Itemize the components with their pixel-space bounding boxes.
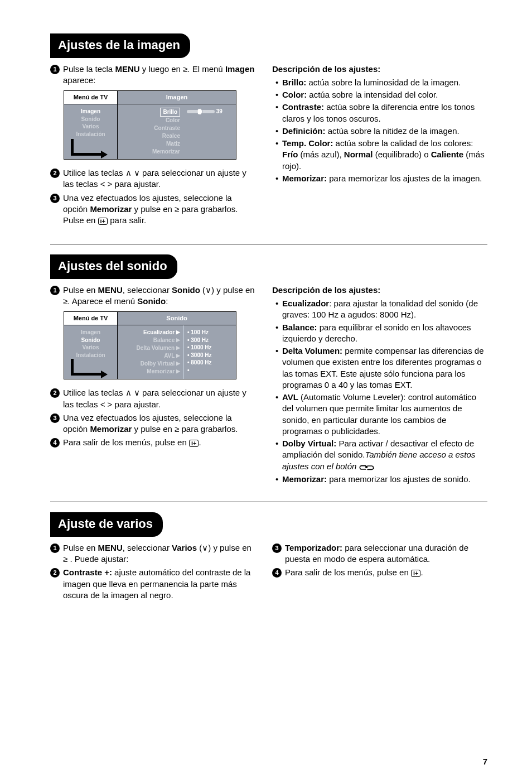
osd-head-left: Menú de TV bbox=[64, 91, 118, 104]
sonido-step-4: 4 Para salir de los menús, pulse en i+. bbox=[50, 437, 257, 448]
osd-value: 1000 Hz bbox=[191, 344, 211, 350]
osd-item: Color bbox=[121, 117, 180, 124]
varios-step-1: 1 Pulse en MENU, seleccionar Varios (∨) … bbox=[50, 542, 257, 565]
list-item: Brillo: actúa sobre la luminosidad de la… bbox=[282, 77, 487, 88]
step-number-4: 4 bbox=[50, 438, 60, 448]
osd-item: Matiz bbox=[121, 140, 180, 148]
osd-value: 39 bbox=[216, 108, 223, 114]
list-item: Memorizar: para memorizar los ajustes de… bbox=[282, 474, 487, 485]
text: . bbox=[420, 567, 423, 577]
contraste-label: Contraste +: bbox=[63, 567, 112, 577]
list-item: Ecualizador: para ajustar la tonalidad d… bbox=[282, 298, 487, 321]
varios-step-3: 3 Temporizador: para seleccionar una dur… bbox=[272, 542, 487, 565]
sonido-step-2: 2 Utilice las teclas ∧ ∨ para selecciona… bbox=[50, 387, 257, 410]
osd-item: Varios bbox=[67, 344, 114, 352]
temporizador-label: Temporizador: bbox=[285, 543, 342, 552]
sonido-label: Sonido bbox=[137, 296, 166, 306]
osd-item: Balance bbox=[153, 337, 175, 343]
osd-value: 300 Hz bbox=[191, 337, 209, 343]
desc-list: Ecualizador: para ajustar la tonalidad d… bbox=[272, 298, 487, 485]
text: , seleccionar bbox=[123, 543, 172, 552]
step-number-4: 4 bbox=[272, 568, 282, 578]
text: . bbox=[199, 437, 201, 447]
list-item: Temp. Color: actúa sobre la calidad de l… bbox=[282, 138, 487, 172]
step-number-3: 3 bbox=[50, 194, 60, 203]
list-item: Dolby Virtual: Para activar / desactivar… bbox=[282, 438, 487, 473]
sonido-step-1: 1 Pulse en MENU, seleccionar Sonido (∨) … bbox=[50, 285, 257, 307]
osd-item: Instalación bbox=[67, 131, 114, 138]
osd-sonido: Menú de TV Sonido Imagen Sonido Varios I… bbox=[64, 311, 236, 379]
list-item: Definición: actúa sobre la nitidez de la… bbox=[282, 126, 487, 137]
osd-item: Sonido bbox=[67, 336, 114, 344]
step-number-3: 3 bbox=[50, 413, 60, 423]
list-item: Contraste: actúa sobre la diferencia ent… bbox=[282, 102, 487, 124]
step-number-1: 1 bbox=[50, 543, 60, 553]
osd-head-right: Imagen bbox=[118, 91, 236, 104]
osd-value: 8000 Hz bbox=[191, 359, 211, 365]
osd-item: Imagen bbox=[67, 108, 114, 116]
osd-item: Delta Volumen bbox=[137, 345, 175, 351]
list-item: Delta Volumen: permite compensar las dif… bbox=[282, 345, 487, 391]
text: Pulse la tecla bbox=[63, 64, 115, 74]
menu-label: MENU bbox=[115, 64, 139, 74]
section-title-imagen: Ajustes de la imagen bbox=[50, 33, 190, 58]
memorizar-label: Memorizar bbox=[90, 424, 132, 434]
iplus-icon: i+ bbox=[189, 440, 199, 447]
text: y luego en ≥. El menú bbox=[140, 64, 225, 74]
text: Utilice las teclas ∧ ∨ para seleccionar … bbox=[63, 167, 257, 190]
imagen-step-1: 1 Pulse la tecla MENU y luego en ≥. El m… bbox=[50, 64, 257, 86]
text: Para salir de los menús, pulse en bbox=[285, 567, 411, 577]
desc-list: Brillo: actúa sobre la luminosidad de la… bbox=[272, 77, 487, 184]
osd-right-labels: Brillo Color Contraste Realce Matiz Memo… bbox=[118, 104, 183, 159]
list-item: Memorizar: para memorizar los ajustes de… bbox=[282, 173, 487, 184]
step-number-1: 1 bbox=[50, 65, 60, 74]
osd-item: Contraste bbox=[121, 124, 180, 132]
osd-right-values: • 100 Hz • 300 Hz • 1000 Hz • 3000 Hz • … bbox=[183, 325, 236, 379]
divider bbox=[50, 502, 487, 502]
osd-item: Dolby Virtual bbox=[141, 360, 175, 367]
arrow-icon bbox=[71, 139, 102, 156]
osd-item: Instalación bbox=[67, 352, 114, 359]
osd-head-left: Menú de TV bbox=[64, 312, 118, 325]
osd-imagen: Menú de TV Imagen Imagen Sonido Varios I… bbox=[64, 90, 236, 160]
osd-item: Varios bbox=[67, 123, 114, 131]
slider-icon bbox=[187, 110, 215, 113]
desc-heading: Descripción de los ajustes: bbox=[272, 64, 487, 75]
varios-label: Varios bbox=[172, 543, 197, 552]
sonido-step-3: 3 Una vez efectuados los ajustes, selecc… bbox=[50, 412, 257, 435]
step-number-3: 3 bbox=[272, 543, 282, 553]
text: , seleccionar bbox=[123, 285, 172, 295]
osd-item: Brillo bbox=[160, 108, 180, 117]
osd-value: 100 Hz bbox=[191, 329, 209, 335]
list-item: AVL (Automatic Volume Leveler): control … bbox=[282, 392, 487, 437]
surround-icon: ⸦•⸧ bbox=[359, 461, 373, 473]
step-number-2: 2 bbox=[50, 568, 60, 578]
osd-item: Imagen bbox=[67, 329, 114, 336]
osd-left-col: Imagen Sonido Varios Instalación bbox=[64, 325, 118, 379]
text: Para salir de los menús, pulse en bbox=[63, 437, 189, 447]
desc-heading: Descripción de los ajustes: bbox=[272, 285, 487, 296]
page-number: 7 bbox=[483, 756, 487, 767]
imagen-step-2: 2 Utilice las teclas ∧ ∨ para selecciona… bbox=[50, 167, 257, 190]
osd-item: Sonido bbox=[67, 116, 114, 123]
varios-step-4: 4 Para salir de los menús, pulse en i+. bbox=[272, 567, 487, 578]
osd-item: Ecualizador bbox=[143, 329, 175, 335]
osd-right-values: 39 bbox=[183, 104, 236, 159]
section-title-varios: Ajuste de varios bbox=[50, 512, 163, 537]
osd-item: AVL bbox=[164, 353, 175, 359]
step-number-2: 2 bbox=[50, 169, 60, 178]
list-item: Color: actúa sobre la intensidad del col… bbox=[282, 89, 487, 100]
varios-step-2: 2 Contraste +: ajuste automático del con… bbox=[50, 567, 257, 601]
imagen-label: Imagen bbox=[225, 64, 255, 74]
osd-value: 3000 Hz bbox=[191, 352, 211, 358]
step-number-2: 2 bbox=[50, 388, 60, 398]
list-item: Balance: para equilibrar el sonido en lo… bbox=[282, 322, 487, 345]
menu-label: MENU bbox=[98, 543, 123, 552]
osd-item: Realce bbox=[121, 132, 180, 140]
menu-label: MENU bbox=[98, 285, 123, 295]
text: Pulse en bbox=[63, 285, 98, 295]
arrow-icon bbox=[71, 359, 102, 376]
imagen-step-3: 3 Una vez efectuados los ajustes, selecc… bbox=[50, 193, 257, 227]
memorizar-label: Memorizar bbox=[90, 204, 132, 214]
text: Pulse en bbox=[63, 543, 98, 552]
